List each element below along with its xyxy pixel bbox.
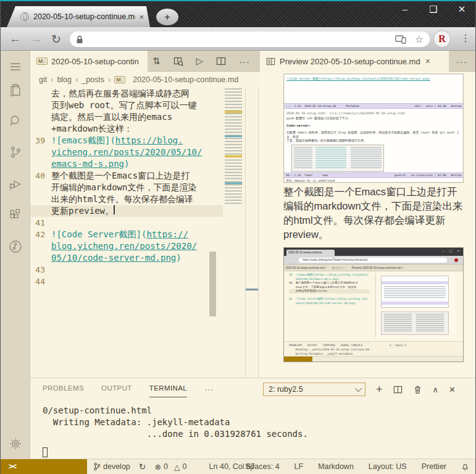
- line-number: 40: [30, 170, 51, 182]
- browser-window: 2020-05-10-setup-continue.md × + – ❑ ✕ ←…: [0, 0, 476, 474]
- mini-avatar: [454, 258, 458, 262]
- markdown-link[interactable]: yicheng.ren/posts/2020/05/10/: [51, 146, 202, 158]
- globe-favicon-icon: [20, 12, 29, 21]
- open-changes-icon[interactable]: ⇅: [152, 56, 161, 67]
- markdown-link[interactable]: blog.yicheng.ren/posts/2020/: [51, 240, 197, 252]
- editor-tab-markdown-file[interactable]: M↓ 2020-05-10-setup-contin: [30, 51, 148, 72]
- extensions-icon[interactable]: [8, 208, 23, 222]
- markdown-link[interactable]: https://blog.: [115, 135, 183, 146]
- breadcrumb-filename[interactable]: 2020-05-10-setup-continue.md: [133, 75, 238, 84]
- breadcrumb-sep-icon: ›: [51, 75, 53, 84]
- chevron-down-icon: [355, 385, 362, 392]
- device-cast-icon[interactable]: [395, 35, 406, 44]
- preview-more-actions-icon[interactable]: ···: [456, 56, 467, 67]
- preview-scrollbar[interactable]: [209, 252, 216, 316]
- browser-menu-icon[interactable]: ⋮: [461, 32, 470, 44]
- profile-avatar[interactable]: R: [433, 30, 451, 48]
- indentation-item[interactable]: Spaces: 4: [245, 462, 280, 471]
- timeline-extension-icon[interactable]: [8, 239, 23, 254]
- markdown-link[interactable]: https://: [146, 229, 188, 240]
- breadcrumb[interactable]: git › blog › _posts › M↓ 2020-05-10-setu…: [30, 72, 260, 88]
- embedded-emacs-screenshot: ![Code Server 截图](https://blog.yicheng.r…: [283, 74, 464, 183]
- code-server-workbench: M↓ 2020-05-10-setup-contin ⇅ ▷ ··· git ›…: [1, 51, 475, 474]
- bookmark-star-icon[interactable]: ☆: [415, 33, 424, 45]
- sync-icon[interactable]: ↻: [139, 462, 146, 472]
- window-maximize-button[interactable]: ❑: [428, 4, 438, 15]
- remote-indicator[interactable]: ><: [1, 459, 87, 474]
- breadcrumb-sep-icon: ›: [108, 75, 111, 84]
- terminal-select-value: 2: ruby2.5: [269, 385, 303, 394]
- kill-terminal-trash-icon[interactable]: [413, 385, 422, 394]
- emacs-link-line: ![Code Server 截图](https://blog.yicheng.r…: [286, 77, 430, 81]
- code-line: 出来的html文件。每次保存都会编译: [51, 193, 193, 205]
- error-icon: ⊗: [155, 462, 161, 472]
- panel-more-tabs-icon[interactable]: ···: [204, 384, 214, 397]
- window-close-button[interactable]: ✕: [457, 4, 467, 15]
- mini-browser-tab: 2020-05-10-setup-continue.: [286, 250, 335, 256]
- back-button[interactable]: ←: [9, 32, 21, 46]
- preview-tab[interactable]: Preview 2020-05-10-setup-continue.md ×: [260, 51, 449, 72]
- breadcrumb-git[interactable]: git: [39, 75, 47, 84]
- emacs-pyim-line: pyim 配置经 ssh 隧道输入目前好使了不少。: [286, 116, 351, 121]
- source-control-icon[interactable]: [8, 145, 23, 159]
- settings-gear-icon[interactable]: [8, 436, 23, 451]
- line-number: 42: [30, 229, 51, 240]
- code-line: 整个截图是一个Emacs窗口上边是打: [51, 170, 190, 182]
- breadcrumb-blog[interactable]: blog: [57, 75, 72, 84]
- emacs-paragraph-1: 在配置 emacs 的时候，我有想过写 blog 的场景。以前的时候，特别是在手…: [286, 130, 461, 139]
- keyboard-layout-item[interactable]: Layout: US: [369, 462, 407, 471]
- preview-paragraph: 整个截图是一个Emacs窗口上边是打开编辑的markdown文件，下面是渲染出来…: [283, 185, 465, 242]
- eol-item[interactable]: LF: [294, 462, 304, 471]
- code-line: +markdown长这样：: [51, 123, 133, 135]
- minimap[interactable]: [225, 88, 242, 206]
- status-bar: >< develop ↻ ⊗0 △0 Ln 40, Col 67 Spaces:…: [1, 459, 475, 474]
- editor-more-actions-icon[interactable]: ···: [239, 56, 250, 67]
- line-number: 44: [30, 276, 51, 287]
- tab-terminal[interactable]: TERMINAL: [149, 384, 187, 397]
- close-panel-icon[interactable]: ✕: [449, 385, 456, 394]
- tab-output[interactable]: OUTPUT: [101, 384, 132, 397]
- mini-workbench: 39 ![emacs截图](https://blog.yicheng.ren/p…: [284, 271, 463, 341]
- window-minimize-button[interactable]: –: [400, 4, 410, 15]
- markdown-preview-pane[interactable]: ![Code Server 截图](https://blog.yicheng.r…: [260, 72, 475, 378]
- warning-icon: △: [174, 462, 180, 472]
- maximize-panel-icon[interactable]: ∧: [433, 385, 439, 394]
- mini-window-controls: – ▢ ×: [442, 248, 461, 253]
- terminal-cursor: [43, 447, 48, 457]
- language-mode-item[interactable]: Markdown: [318, 462, 354, 471]
- open-preview-icon[interactable]: [173, 56, 183, 66]
- emacs-file-line: 2020-05-10-setup.html: file:///home/ycr/…: [286, 111, 406, 116]
- tab-problems[interactable]: PROBLEMS: [43, 384, 84, 397]
- forward-button[interactable]: →: [30, 32, 42, 46]
- mini-browser-toolbar: https://code.yicheng.ren/?folder=/home/y…: [284, 256, 463, 265]
- new-terminal-icon[interactable]: +: [376, 383, 383, 396]
- split-terminal-icon[interactable]: [393, 385, 403, 394]
- split-editor-icon[interactable]: [216, 56, 226, 66]
- terminal-select[interactable]: 2: ruby2.5: [263, 383, 365, 396]
- embedded-code-server-screenshot: 2020-05-10-setup-continue. – ▢ × https:/…: [283, 247, 464, 362]
- browser-tab-close-icon[interactable]: ×: [139, 12, 144, 22]
- markdown-link[interactable]: emacs-md-s.png: [51, 158, 124, 170]
- new-tab-button[interactable]: +: [156, 9, 178, 25]
- markdown-link[interactable]: 05/10/code-server-md.png: [51, 252, 176, 264]
- code-line: 开编辑的markdown文件，下面是渲染: [51, 182, 196, 193]
- notifications-bell-icon[interactable]: [461, 462, 469, 471]
- git-branch-item[interactable]: develop: [93, 462, 130, 471]
- run-debug-icon[interactable]: [8, 177, 23, 192]
- lock-icon: [76, 35, 83, 44]
- reload-button[interactable]: ↻: [51, 32, 61, 46]
- formatter-item[interactable]: Prettier: [422, 462, 446, 471]
- problems-item[interactable]: ⊗0 △0: [155, 462, 187, 472]
- browser-tab[interactable]: 2020-05-10-setup-continue.md ×: [7, 6, 150, 27]
- run-file-icon[interactable]: ▷: [196, 56, 204, 67]
- markdown-file-icon: M↓: [36, 57, 48, 65]
- address-bar[interactable]: ☆: [70, 32, 430, 47]
- terminal-output[interactable]: 0/setup-continue.html Writing Metadata: …: [43, 405, 308, 440]
- search-icon[interactable]: [8, 114, 23, 129]
- breadcrumb-posts[interactable]: _posts: [81, 75, 104, 84]
- explorer-icon[interactable]: [8, 83, 23, 98]
- menu-hamburger-icon[interactable]: [8, 59, 23, 74]
- preview-tab-close-icon[interactable]: ×: [425, 56, 430, 66]
- browser-tab-title: 2020-05-10-setup-continue.md: [33, 12, 135, 21]
- editor-scrollbar[interactable]: [245, 88, 259, 378]
